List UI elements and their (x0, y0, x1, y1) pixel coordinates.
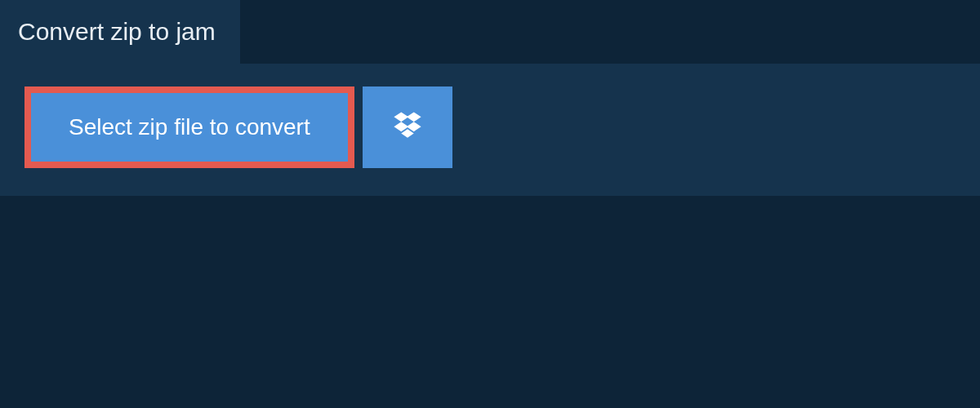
upload-panel: Select zip file to convert (0, 64, 980, 196)
select-file-button[interactable]: Select zip file to convert (24, 86, 354, 168)
dropbox-button[interactable] (363, 86, 452, 168)
select-file-label: Select zip file to convert (69, 114, 310, 140)
page-title-tab: Convert zip to jam (0, 0, 240, 64)
dropbox-icon (392, 110, 423, 144)
page-title: Convert zip to jam (18, 18, 216, 45)
